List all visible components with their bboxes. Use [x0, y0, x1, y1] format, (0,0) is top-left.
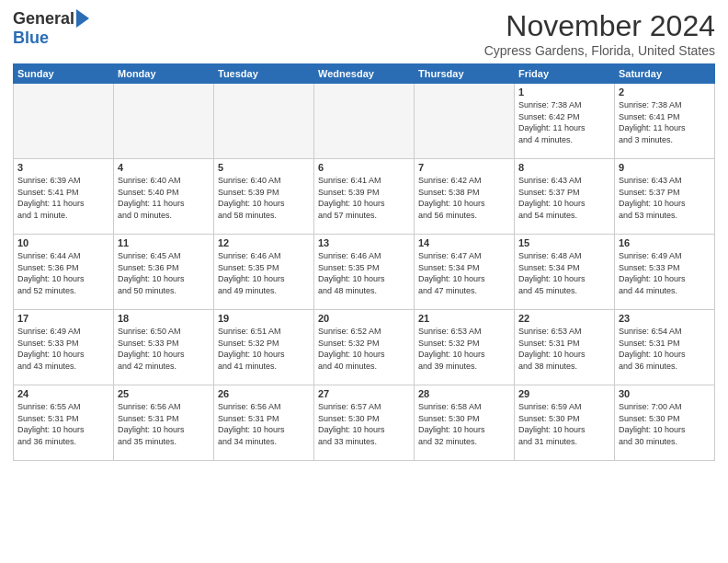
calendar-cell: 6Sunrise: 6:41 AM Sunset: 5:39 PM Daylig… — [314, 159, 415, 235]
calendar-cell: 27Sunrise: 6:57 AM Sunset: 5:30 PM Dayli… — [314, 385, 415, 461]
day-info: Sunrise: 6:39 AM Sunset: 5:41 PM Dayligh… — [17, 175, 109, 221]
calendar-cell: 1Sunrise: 7:38 AM Sunset: 6:42 PM Daylig… — [515, 84, 615, 159]
day-number: 20 — [318, 313, 410, 324]
col-header-sunday: Sunday — [14, 64, 114, 84]
header-row: SundayMondayTuesdayWednesdayThursdayFrid… — [14, 64, 715, 84]
day-number: 23 — [619, 313, 711, 324]
day-number: 7 — [418, 162, 510, 173]
day-info: Sunrise: 6:42 AM Sunset: 5:38 PM Dayligh… — [418, 175, 510, 221]
col-header-wednesday: Wednesday — [314, 64, 415, 84]
calendar-cell: 20Sunrise: 6:52 AM Sunset: 5:32 PM Dayli… — [314, 310, 415, 385]
day-info: Sunrise: 7:00 AM Sunset: 5:30 PM Dayligh… — [619, 401, 711, 447]
calendar-cell: 14Sunrise: 6:47 AM Sunset: 5:34 PM Dayli… — [415, 235, 515, 310]
calendar-cell: 16Sunrise: 6:49 AM Sunset: 5:33 PM Dayli… — [615, 235, 715, 310]
day-number: 8 — [518, 162, 610, 173]
calendar-cell — [114, 84, 214, 159]
calendar-cell: 23Sunrise: 6:54 AM Sunset: 5:31 PM Dayli… — [615, 310, 715, 385]
week-row-4: 17Sunrise: 6:49 AM Sunset: 5:33 PM Dayli… — [14, 310, 715, 385]
day-number: 18 — [118, 313, 210, 324]
day-number: 21 — [418, 313, 510, 324]
calendar-cell: 11Sunrise: 6:45 AM Sunset: 5:36 PM Dayli… — [114, 235, 214, 310]
title-block: November 2024 Cypress Gardens, Florida, … — [484, 9, 715, 58]
calendar-cell: 17Sunrise: 6:49 AM Sunset: 5:33 PM Dayli… — [14, 310, 114, 385]
day-info: Sunrise: 6:56 AM Sunset: 5:31 PM Dayligh… — [118, 401, 210, 447]
calendar-cell: 7Sunrise: 6:42 AM Sunset: 5:38 PM Daylig… — [415, 159, 515, 235]
day-info: Sunrise: 6:59 AM Sunset: 5:30 PM Dayligh… — [518, 401, 610, 447]
calendar-cell: 18Sunrise: 6:50 AM Sunset: 5:33 PM Dayli… — [114, 310, 214, 385]
day-number: 14 — [418, 237, 510, 248]
day-info: Sunrise: 6:55 AM Sunset: 5:31 PM Dayligh… — [17, 401, 109, 447]
day-info: Sunrise: 6:49 AM Sunset: 5:33 PM Dayligh… — [619, 250, 711, 296]
day-info: Sunrise: 7:38 AM Sunset: 6:42 PM Dayligh… — [518, 99, 610, 145]
logo-general: General — [13, 9, 74, 29]
calendar-cell: 8Sunrise: 6:43 AM Sunset: 5:37 PM Daylig… — [515, 159, 615, 235]
day-number: 3 — [17, 162, 109, 173]
calendar-cell — [14, 84, 114, 159]
calendar-cell: 26Sunrise: 6:56 AM Sunset: 5:31 PM Dayli… — [214, 385, 314, 461]
day-number: 1 — [518, 86, 610, 98]
calendar-cell: 15Sunrise: 6:48 AM Sunset: 5:34 PM Dayli… — [515, 235, 615, 310]
calendar-cell — [314, 84, 415, 159]
calendar-cell — [214, 84, 314, 159]
day-number: 22 — [518, 313, 610, 324]
day-number: 9 — [619, 162, 711, 173]
day-number: 2 — [619, 86, 711, 98]
calendar-cell: 2Sunrise: 7:38 AM Sunset: 6:41 PM Daylig… — [615, 84, 715, 159]
day-info: Sunrise: 6:46 AM Sunset: 5:35 PM Dayligh… — [318, 250, 410, 296]
calendar-cell: 13Sunrise: 6:46 AM Sunset: 5:35 PM Dayli… — [314, 235, 415, 310]
day-number: 24 — [17, 388, 109, 399]
col-header-tuesday: Tuesday — [214, 64, 314, 84]
day-info: Sunrise: 6:46 AM Sunset: 5:35 PM Dayligh… — [218, 250, 310, 296]
day-info: Sunrise: 6:54 AM Sunset: 5:31 PM Dayligh… — [619, 326, 711, 372]
day-info: Sunrise: 7:38 AM Sunset: 6:41 PM Dayligh… — [619, 99, 711, 145]
day-number: 30 — [619, 388, 711, 399]
day-number: 4 — [118, 162, 210, 173]
day-info: Sunrise: 6:43 AM Sunset: 5:37 PM Dayligh… — [619, 175, 711, 221]
page: General Blue November 2024 Cypress Garde… — [0, 0, 728, 470]
calendar-cell: 24Sunrise: 6:55 AM Sunset: 5:31 PM Dayli… — [14, 385, 114, 461]
week-row-2: 3Sunrise: 6:39 AM Sunset: 5:41 PM Daylig… — [14, 159, 715, 235]
day-info: Sunrise: 6:53 AM Sunset: 5:31 PM Dayligh… — [518, 326, 610, 372]
day-number: 11 — [118, 237, 210, 248]
calendar-cell: 30Sunrise: 7:00 AM Sunset: 5:30 PM Dayli… — [615, 385, 715, 461]
day-info: Sunrise: 6:40 AM Sunset: 5:40 PM Dayligh… — [118, 175, 210, 221]
week-row-1: 1Sunrise: 7:38 AM Sunset: 6:42 PM Daylig… — [14, 84, 715, 159]
calendar-cell: 29Sunrise: 6:59 AM Sunset: 5:30 PM Dayli… — [515, 385, 615, 461]
day-info: Sunrise: 6:52 AM Sunset: 5:32 PM Dayligh… — [318, 326, 410, 372]
calendar-cell: 28Sunrise: 6:58 AM Sunset: 5:30 PM Dayli… — [415, 385, 515, 461]
col-header-thursday: Thursday — [415, 64, 515, 84]
col-header-monday: Monday — [114, 64, 214, 84]
calendar-cell: 3Sunrise: 6:39 AM Sunset: 5:41 PM Daylig… — [14, 159, 114, 235]
calendar-cell — [415, 84, 515, 159]
calendar-cell: 19Sunrise: 6:51 AM Sunset: 5:32 PM Dayli… — [214, 310, 314, 385]
day-info: Sunrise: 6:48 AM Sunset: 5:34 PM Dayligh… — [518, 250, 610, 296]
logo-text: General — [13, 9, 89, 29]
week-row-3: 10Sunrise: 6:44 AM Sunset: 5:36 PM Dayli… — [14, 235, 715, 310]
day-info: Sunrise: 6:53 AM Sunset: 5:32 PM Dayligh… — [418, 326, 510, 372]
calendar-cell: 5Sunrise: 6:40 AM Sunset: 5:39 PM Daylig… — [214, 159, 314, 235]
day-number: 10 — [17, 237, 109, 248]
header: General Blue November 2024 Cypress Garde… — [13, 9, 715, 58]
day-number: 13 — [318, 237, 410, 248]
day-number: 28 — [418, 388, 510, 399]
logo-arrow-icon — [76, 9, 89, 28]
logo-blue: Blue — [13, 29, 49, 48]
calendar-cell: 25Sunrise: 6:56 AM Sunset: 5:31 PM Dayli… — [114, 385, 214, 461]
month-title: November 2024 — [484, 9, 715, 43]
day-info: Sunrise: 6:56 AM Sunset: 5:31 PM Dayligh… — [218, 401, 310, 447]
calendar-cell: 21Sunrise: 6:53 AM Sunset: 5:32 PM Dayli… — [415, 310, 515, 385]
logo: General Blue — [13, 9, 89, 48]
day-info: Sunrise: 6:57 AM Sunset: 5:30 PM Dayligh… — [318, 401, 410, 447]
day-number: 26 — [218, 388, 310, 399]
subtitle: Cypress Gardens, Florida, United States — [484, 43, 715, 58]
col-header-friday: Friday — [515, 64, 615, 84]
day-number: 19 — [218, 313, 310, 324]
day-info: Sunrise: 6:58 AM Sunset: 5:30 PM Dayligh… — [418, 401, 510, 447]
day-info: Sunrise: 6:51 AM Sunset: 5:32 PM Dayligh… — [218, 326, 310, 372]
day-number: 12 — [218, 237, 310, 248]
day-number: 5 — [218, 162, 310, 173]
day-number: 16 — [619, 237, 711, 248]
calendar-cell: 22Sunrise: 6:53 AM Sunset: 5:31 PM Dayli… — [515, 310, 615, 385]
day-number: 27 — [318, 388, 410, 399]
calendar-cell: 12Sunrise: 6:46 AM Sunset: 5:35 PM Dayli… — [214, 235, 314, 310]
